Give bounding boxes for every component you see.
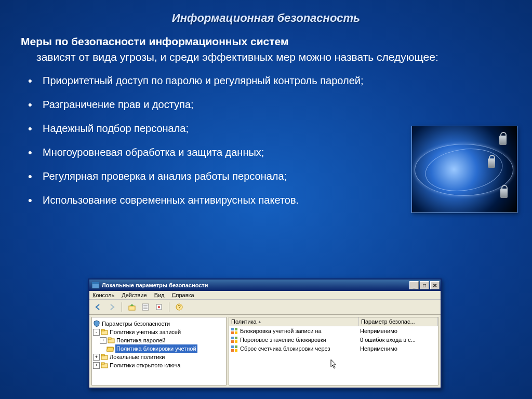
help-button[interactable]: ? (174, 301, 185, 313)
svg-rect-22 (235, 331, 237, 334)
close-button[interactable]: ✕ (430, 281, 440, 289)
properties-button[interactable] (140, 301, 151, 313)
list-pane: Политика ▲ Параметр безопас... Блокировк… (229, 317, 438, 385)
tree-pane[interactable]: Параметры безопасности - Политики учетны… (91, 317, 227, 385)
tree-label: Параметры безопасности (102, 320, 170, 328)
svg-rect-16 (101, 354, 104, 356)
svg-rect-1 (92, 282, 99, 284)
slide-title: Информационная безопасность (0, 0, 532, 30)
folder-icon (108, 337, 115, 344)
list-rows: Блокировка учетной записи на Неприменимо… (229, 326, 438, 385)
toolbar-separator (122, 302, 122, 312)
section-heading: Меры по безопасности информационных сист… (21, 35, 511, 48)
folder-open-icon (107, 345, 114, 352)
window-titlebar[interactable]: Локальные параметры безопасности _ □ ✕ (89, 280, 441, 291)
expand-icon[interactable]: + (93, 362, 100, 369)
tree-node-root[interactable]: Параметры безопасности (93, 320, 225, 328)
svg-text:?: ? (178, 304, 181, 310)
policy-icon (230, 327, 238, 335)
svg-rect-13 (108, 338, 111, 339)
svg-rect-23 (231, 337, 234, 339)
toolbar-separator (169, 302, 169, 312)
list-item[interactable]: Блокировка учетной записи на Неприменимо (229, 326, 438, 335)
tree-node[interactable]: - Политики учетных записей (93, 328, 225, 336)
tree-node[interactable]: + Политики открытого ключа (93, 361, 225, 369)
svg-rect-29 (231, 349, 234, 352)
column-label: Политика (231, 318, 257, 325)
expand-icon[interactable]: + (100, 337, 107, 344)
shield-icon (93, 320, 100, 327)
bullet-item: Регулярная проверка и анализ работы перс… (24, 169, 388, 183)
bullet-item: Разграничение прав и доступа; (24, 98, 388, 111)
menu-help[interactable]: Справка (172, 292, 194, 298)
up-button[interactable] (126, 301, 138, 313)
maximize-button[interactable]: □ (420, 281, 429, 289)
menu-console[interactable]: Консоль (92, 292, 114, 298)
menu-bar: Консоль Действие Вид Справка (89, 291, 441, 300)
svg-rect-30 (235, 349, 237, 352)
svg-rect-2 (129, 306, 135, 310)
list-header: Политика ▲ Параметр безопас... (229, 317, 438, 326)
tree-node[interactable]: + Локальные политики (93, 353, 225, 361)
tree-label: Локальные политики (110, 353, 165, 361)
intro-text: зависят от вида угрозы, и среди эффектив… (21, 50, 488, 64)
forward-button[interactable] (106, 301, 117, 313)
toolbar: ? (89, 300, 441, 315)
folder-icon (101, 353, 108, 361)
bullet-item: Приоритетный доступ по паролю и регулярн… (24, 74, 388, 87)
minimize-button[interactable]: _ (409, 281, 419, 289)
bullet-item: Использование современных антивирусных п… (24, 193, 388, 207)
tree-node[interactable]: + Политика паролей (93, 336, 225, 344)
window-body: Параметры безопасности - Политики учетны… (89, 315, 441, 388)
policy-name: Блокировка учетной записи на (240, 328, 322, 334)
back-button[interactable] (92, 301, 104, 313)
list-item[interactable]: Сброс счетчика блокировки через Непримен… (229, 344, 438, 353)
lock-icon (499, 136, 507, 145)
svg-rect-24 (235, 337, 237, 339)
sort-indicator-icon: ▲ (258, 320, 262, 324)
window-title-text: Локальные параметры безопасности (102, 282, 408, 288)
svg-rect-26 (235, 340, 237, 343)
export-button[interactable] (153, 301, 165, 313)
tree-label: Политики открытого ключа (110, 361, 180, 369)
menu-action[interactable]: Действие (122, 292, 147, 298)
lock-icon (500, 189, 508, 198)
svg-rect-25 (231, 340, 234, 343)
policy-icon (230, 336, 238, 344)
security-settings-window: Локальные параметры безопасности _ □ ✕ К… (88, 278, 442, 389)
svg-rect-11 (101, 329, 104, 331)
bullet-item: Надежный подбор персонала; (24, 122, 388, 135)
svg-rect-20 (235, 328, 237, 330)
lock-icon (488, 158, 495, 168)
expand-icon[interactable]: + (93, 354, 100, 361)
folder-icon (101, 362, 108, 369)
column-policy[interactable]: Политика ▲ (229, 317, 359, 326)
app-icon (91, 281, 100, 289)
folder-icon (101, 328, 108, 336)
svg-rect-0 (92, 284, 99, 288)
collapse-icon[interactable]: - (93, 329, 100, 336)
policy-value: 0 ошибок входа в с... (359, 337, 438, 343)
tree-label: Политика блокировки учетной (115, 344, 197, 353)
svg-rect-19 (231, 328, 234, 330)
svg-rect-28 (235, 345, 237, 348)
policy-value: Неприменимо (359, 345, 438, 352)
tree-node-selected[interactable]: Политика блокировки учетной (93, 344, 225, 353)
policy-value: Неприменимо (359, 328, 438, 334)
menu-view[interactable]: Вид (154, 292, 165, 298)
tree-label: Политики учетных записей (110, 328, 181, 336)
svg-rect-18 (101, 363, 104, 364)
column-security-param[interactable]: Параметр безопас... (359, 317, 438, 326)
svg-rect-27 (231, 345, 234, 348)
policy-name: Сброс счетчика блокировки через (240, 345, 330, 352)
bullet-item: Многоуровневая обработка и защита данных… (24, 145, 388, 159)
svg-rect-21 (231, 331, 234, 334)
decorative-image-globe-locks (411, 126, 517, 213)
list-item[interactable]: Пороговое значение блокировки 0 ошибок в… (229, 335, 438, 344)
tree-label: Политика паролей (116, 336, 166, 344)
policy-icon (230, 344, 238, 353)
policy-name: Пороговое значение блокировки (240, 337, 326, 343)
